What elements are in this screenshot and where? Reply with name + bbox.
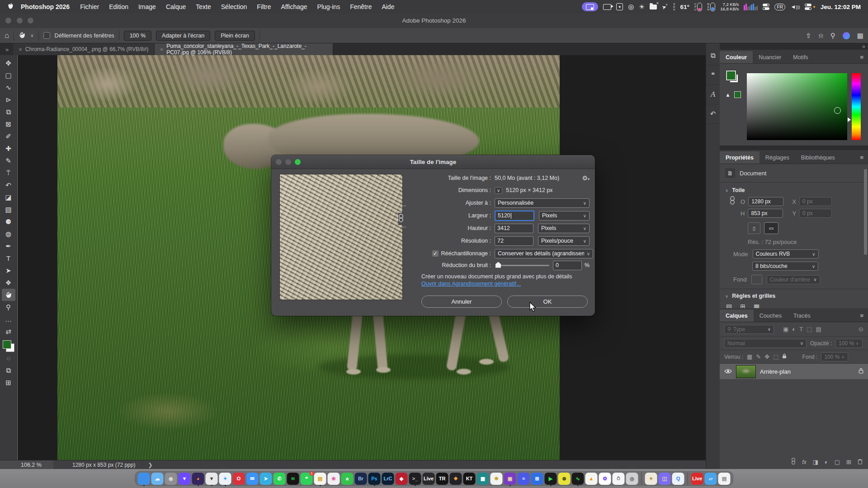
menu-edition[interactable]: Edition [104,3,133,10]
layer-thumbnail[interactable] [736,365,756,378]
swap-colors[interactable]: ⇄ [2,325,15,338]
tab-traces[interactable]: Tracés [788,310,816,322]
hue-slider[interactable] [852,73,861,140]
filter-adjustment-layers-icon[interactable]: ◐ [792,326,796,333]
dock-tr-app[interactable]: TR [436,473,448,485]
tab-couleur[interactable]: Couleur [720,51,753,63]
foreground-background-color-widget[interactable] [3,340,14,352]
cancel-button[interactable]: Annuler [421,296,502,308]
filter-shape-layers-icon[interactable]: ⬚ [807,326,812,333]
cpu-gauge[interactable]: C P U [694,3,702,11]
custom-shape-tool[interactable]: ❖ [2,277,15,289]
color-mode-dropdown[interactable]: Couleurs RVB∨ [753,249,819,258]
generative-upscale-link[interactable]: Ouvrir dans Agrandissement génératif... [421,281,590,287]
app-status-icon[interactable]: ♥ [616,3,623,10]
image-preview[interactable] [279,174,403,300]
status-chevron-icon[interactable]: ❯ [148,462,152,468]
canvas-height-field[interactable]: 853 px [748,209,783,218]
lock-position-icon[interactable]: ✥ [764,353,769,360]
blur-tool[interactable]: ⚈ [2,216,15,228]
dialog-minimize-button[interactable] [285,159,291,165]
apple-menu-icon[interactable] [7,3,14,11]
menu-texte[interactable]: Texte [191,3,216,10]
tab-nuancier[interactable]: Nuancier [753,51,787,63]
dock-document-file[interactable]: ▤ [718,473,731,485]
properties-panel-menu-icon[interactable]: ≡ [855,154,868,164]
scroll-all-windows-checkbox[interactable] [43,32,50,39]
history-panel-icon[interactable]: ↶ [706,104,720,124]
link-layers-icon[interactable] [791,458,796,466]
brightness-icon[interactable]: ☀ [639,3,645,10]
dialog-zoom-button[interactable] [295,159,301,165]
tab-overflow-icon[interactable]: » [0,46,13,55]
noise-reduction-input[interactable]: 0 [553,261,582,270]
frame-tool[interactable]: ⊠ [2,118,15,130]
memory-gauge[interactable]: M E M [707,3,715,11]
dock-quicktime[interactable]: Q [672,473,684,485]
lock-pixels-icon[interactable]: ✎ [756,353,761,360]
zoom-level-field[interactable]: 106.2 % [0,460,53,469]
section-chevron-icon[interactable]: ∨ [725,294,728,299]
dock-whatsapp[interactable]: ✆ [274,473,286,485]
dock-bridge[interactable]: Br [355,473,367,485]
share-icon[interactable]: ⇧ [806,32,811,40]
lock-all-icon[interactable] [782,353,787,360]
dock-lightroom[interactable]: LrC [382,473,394,485]
constrain-proportions-icon[interactable] [398,213,404,225]
tab-close-icon[interactable]: × [160,46,164,53]
dock-live-red-app[interactable]: Live [691,473,703,485]
tab-couches[interactable]: Couches [754,310,788,322]
background-fill-dropdown[interactable]: Couleur d'arrière...∨ [767,275,820,284]
layer-effects-icon[interactable]: fx [802,459,806,465]
layers-panel-menu-icon[interactable]: ≡ [855,312,868,322]
dock-safari[interactable]: ✦ [219,473,231,485]
clone-stamp-tool[interactable]: ⍑ [2,167,15,179]
resolution-unit-dropdown[interactable]: Pixels/pouce∨ [538,236,590,246]
dock-telegram[interactable]: ➤ [260,473,272,485]
panel-scrollbar[interactable] [864,169,867,255]
glyphs-panel-icon[interactable]: A [706,85,720,104]
dock-green-play-app[interactable]: ▶ [545,473,557,485]
fit-screen-button[interactable]: Adapter à l'écran [156,31,210,41]
dock-weather[interactable]: ☁ [151,473,164,485]
menu-fenetre[interactable]: Fenêtre [345,3,377,10]
comments-panel-icon[interactable]: ❝ [706,66,720,85]
dock-photos-app[interactable]: ❀ [328,473,340,485]
canvas-width-field[interactable]: 1280 px [748,197,783,206]
zoom-tool[interactable]: ⚲ [2,301,15,313]
clone-source-panel-icon[interactable]: ⧉ [706,46,720,66]
dock-activity-app[interactable]: ∿ [572,473,584,485]
tab-proprietes[interactable]: Propriétés [720,151,760,164]
brush-tool[interactable]: ✎ [2,155,15,167]
istat-bars-icon[interactable] [744,3,758,10]
layer-name[interactable]: Arrière-plan [760,368,791,375]
chevron-down-icon[interactable]: ∨ [30,33,33,38]
dock-copilot[interactable]: ❂ [599,473,611,485]
screen-mirroring-icon[interactable] [582,2,598,11]
color-panel-menu-icon[interactable]: ≡ [855,54,868,63]
dock-photoshop[interactable]: Ps [368,473,381,485]
canvas-x-field[interactable]: 0 px [799,197,832,206]
dock-spotify[interactable]: ≋ [287,473,299,485]
share-image[interactable]: ⊞ [2,376,15,389]
location-icon[interactable]: ➤× [661,3,669,11]
fill-field[interactable]: 100 %∨ [821,352,848,361]
dock-kt-app[interactable]: KT [463,473,476,485]
document-tab-1[interactable]: ×Chroma-Radiance_00004_.png @ 66,7% (RVB… [13,43,154,55]
filter-pixel-layers-icon[interactable]: ▣ [783,326,788,333]
dock-finder[interactable] [138,473,150,485]
toggles-icon[interactable] [763,4,769,10]
home-icon[interactable]: ⌂ [5,31,9,40]
ai-assistant-icon[interactable] [843,32,850,39]
dock-red-app[interactable]: ◆ [396,473,408,485]
dock-proton-mail[interactable]: ▼ [179,473,191,485]
layer-mask-icon[interactable]: ◨ [813,459,818,465]
screen-mode[interactable]: ⧉ [2,364,15,376]
layer-row-background[interactable]: Arrière-plan [720,364,868,379]
tab-calques[interactable]: Calques [720,310,754,322]
collapse-panels-icon[interactable]: » [862,43,865,50]
folder-sync-icon[interactable] [650,5,657,9]
gamut-warning[interactable]: ▲! [725,91,741,98]
new-layer-icon[interactable]: ⊞ [846,459,851,465]
more-tools[interactable]: … [2,313,15,325]
